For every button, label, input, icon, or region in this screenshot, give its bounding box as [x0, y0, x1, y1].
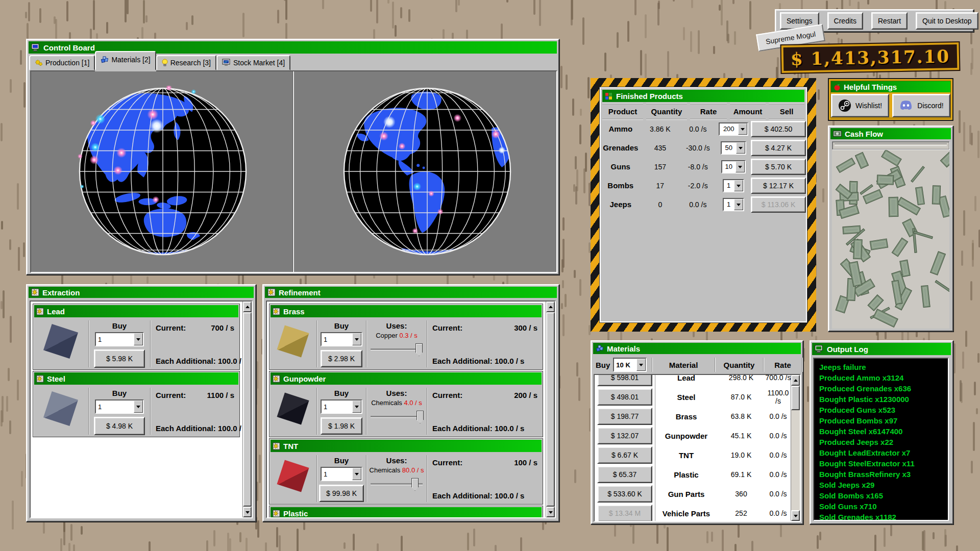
output-log-panel: Output Log Jeeps failure Produced Ammo x… — [810, 340, 953, 524]
globe-west — [341, 86, 513, 257]
credits-button[interactable]: Credits — [827, 12, 863, 30]
product-row-grenades: Grenades 435 -30.0 /s 50 $ 4.27 K — [601, 138, 806, 157]
tnt-buy-price-button[interactable]: $ 6.67 K — [597, 446, 652, 464]
product-name: Guns — [601, 162, 641, 171]
material-quantity: 63.8 K — [717, 412, 765, 420]
vehicle-parts-buy-price-button[interactable]: $ 13.34 M — [597, 505, 652, 522]
machine-icon — [273, 375, 280, 383]
cash-flow-panel: Cash Flow — [828, 126, 953, 332]
gun-parts-buy-price-button[interactable]: $ 533.60 K — [597, 485, 652, 503]
guns-amount-dropdown[interactable]: 10 — [721, 160, 746, 173]
tab-stock-market[interactable]: Stock Market [4] — [216, 55, 290, 70]
wishlist-button[interactable]: Wishlist! — [831, 94, 889, 117]
lead-buy-amount-dropdown[interactable]: 1 — [95, 332, 144, 346]
scroll-down-icon[interactable] — [791, 510, 800, 521]
gunpowder-uses-slider[interactable] — [371, 411, 423, 423]
uses-detail: Chemicals 80.0 / s — [366, 466, 427, 474]
scrollbar-thumb[interactable] — [546, 312, 555, 507]
monitor-icon — [222, 59, 231, 66]
slider-handle[interactable] — [415, 343, 423, 356]
chevron-down-icon[interactable] — [352, 468, 361, 480]
scroll-down-icon[interactable] — [243, 507, 252, 517]
chevron-down-icon[interactable] — [636, 359, 646, 371]
refinement-scroll-area: Brass Buy 1 $ 2.98 K Uses: Copper 0.3 / … — [266, 300, 556, 518]
extraction-scrollbar[interactable] — [242, 302, 252, 517]
steel-header: Steel — [34, 372, 238, 385]
material-quantity: 19.0 K — [717, 451, 765, 459]
bulb-icon — [162, 59, 168, 66]
uses-rate: 4.0 / s — [404, 399, 422, 407]
tab-production[interactable]: Production [1] — [29, 55, 95, 70]
tnt-cube-image — [277, 460, 309, 492]
scroll-up-icon[interactable] — [243, 302, 252, 312]
brass-buy-button[interactable]: $ 2.98 K — [321, 350, 362, 367]
tab-materials[interactable]: Materials [2] — [95, 51, 156, 70]
slider-handle[interactable] — [411, 478, 419, 491]
buy-label: Buy — [596, 361, 610, 369]
grenades-sell-button[interactable]: $ 4.27 K — [751, 140, 806, 156]
material-rate: 700.0 /s — [765, 374, 791, 382]
lead-buy-price-button[interactable]: $ 598.01 — [597, 374, 652, 386]
chevron-down-icon[interactable] — [736, 142, 745, 154]
chevron-down-icon[interactable] — [736, 161, 745, 172]
tnt-buy-amount-dropdown[interactable]: 1 — [321, 467, 362, 481]
ammo-sell-button[interactable]: $ 402.50 — [751, 121, 806, 137]
steel-buy-amount-dropdown[interactable]: 1 — [95, 399, 144, 414]
current-value: 100 / s — [514, 458, 537, 467]
steel-buy-price-button[interactable]: $ 498.01 — [597, 388, 652, 406]
chevron-down-icon[interactable] — [134, 333, 143, 345]
chevron-down-icon[interactable] — [734, 180, 743, 191]
dropdown-value: 10 — [722, 163, 736, 170]
brass-uses-slider[interactable] — [371, 343, 423, 356]
quit-to-desktop-button[interactable]: Quit to Desktop — [916, 12, 978, 30]
chevron-down-icon[interactable] — [352, 333, 361, 345]
jeeps-amount-dropdown[interactable]: 1 — [723, 198, 744, 211]
steel-buy-button[interactable]: $ 4.98 K — [94, 417, 145, 435]
material-rate: 0.0 /s — [765, 412, 791, 420]
brass-buy-amount-dropdown[interactable]: 1 — [321, 332, 362, 346]
grenades-amount-dropdown[interactable]: 50 — [721, 141, 746, 155]
gunpowder-buy-button[interactable]: $ 1.98 K — [321, 417, 362, 435]
slider-handle[interactable] — [416, 411, 424, 423]
scroll-up-icon[interactable] — [546, 302, 555, 312]
log-line: Bought Plastic x1230000 — [819, 394, 948, 405]
machine-icon — [36, 375, 44, 383]
chevron-down-icon[interactable] — [734, 199, 743, 210]
item-name: TNT — [283, 442, 298, 450]
plastic-buy-price-button[interactable]: $ 65.37 — [597, 466, 652, 483]
log-line: Sold Guns x710 — [819, 501, 948, 512]
brass-buy-price-button[interactable]: $ 198.77 — [597, 408, 652, 425]
materials-scrollbar[interactable] — [791, 375, 800, 521]
tab-research[interactable]: Research [3] — [156, 55, 216, 70]
scroll-up-icon[interactable] — [791, 375, 800, 386]
chevron-down-icon[interactable] — [352, 400, 361, 413]
helpful-things-titlebar: Helpful Things — [831, 81, 950, 92]
bombs-sell-button[interactable]: $ 12.17 K — [751, 178, 806, 194]
refinement-scrollbar[interactable] — [546, 302, 555, 517]
scrollbar-thumb[interactable] — [243, 312, 252, 507]
bombs-amount-dropdown[interactable]: 1 — [723, 179, 744, 192]
world-view-divider — [293, 71, 294, 272]
dropdown-value: 10 K — [614, 361, 636, 369]
ammo-amount-dropdown[interactable]: 200 — [719, 122, 748, 136]
guns-sell-button[interactable]: $ 5.70 K — [751, 159, 806, 175]
tnt-buy-button[interactable]: $ 99.98 K — [319, 485, 364, 502]
apple-icon — [834, 83, 841, 91]
scrollbar-thumb[interactable] — [791, 386, 800, 410]
extraction-title: Extraction — [42, 288, 80, 297]
current-value: 300 / s — [514, 323, 537, 332]
scroll-down-icon[interactable] — [546, 507, 555, 517]
jeeps-sell-button[interactable]: $ 113.06 K — [751, 196, 806, 213]
discord-button[interactable]: Discord! — [892, 94, 950, 117]
gunpowder-buy-price-button[interactable]: $ 132.07 — [597, 427, 652, 444]
chevron-down-icon[interactable] — [134, 400, 143, 413]
lead-buy-button[interactable]: $ 5.98 K — [94, 349, 145, 368]
restart-button[interactable]: Restart — [871, 12, 908, 30]
discord-label: Discord! — [917, 102, 943, 110]
materials-list: $ 598.01 Lead 298.0 K 700.0 /s $ 498.01 … — [594, 374, 801, 522]
tnt-uses-slider[interactable] — [371, 478, 423, 490]
materials-buy-amount-dropdown[interactable]: 10 K — [613, 358, 647, 372]
gunpowder-buy-amount-dropdown[interactable]: 1 — [321, 399, 362, 414]
chevron-down-icon[interactable] — [738, 123, 747, 135]
dropdown-value: 1 — [96, 403, 134, 411]
